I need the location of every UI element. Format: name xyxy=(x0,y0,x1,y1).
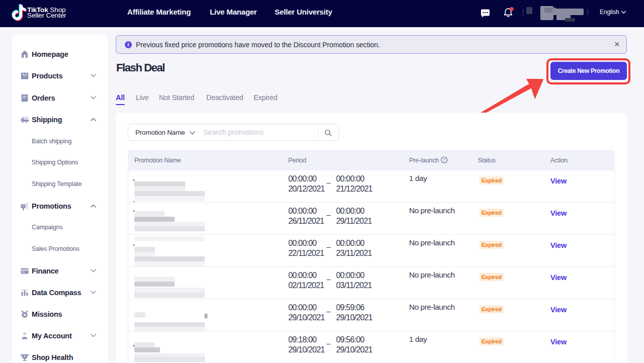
svg-text:?: ? xyxy=(443,157,446,162)
